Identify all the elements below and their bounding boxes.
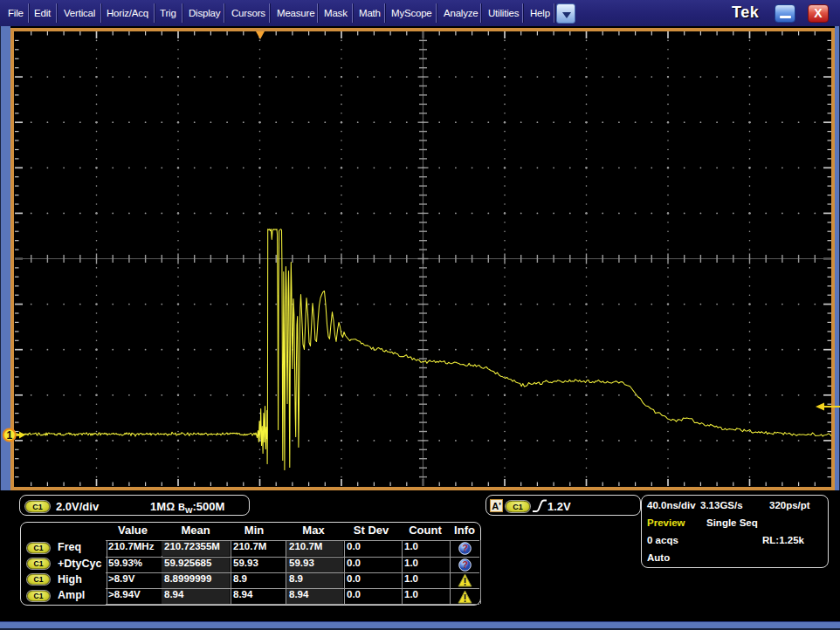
svg-text:1: 1 [6, 428, 12, 441]
svg-text:?: ? [462, 543, 468, 553]
svg-text:?: ? [462, 559, 468, 570]
